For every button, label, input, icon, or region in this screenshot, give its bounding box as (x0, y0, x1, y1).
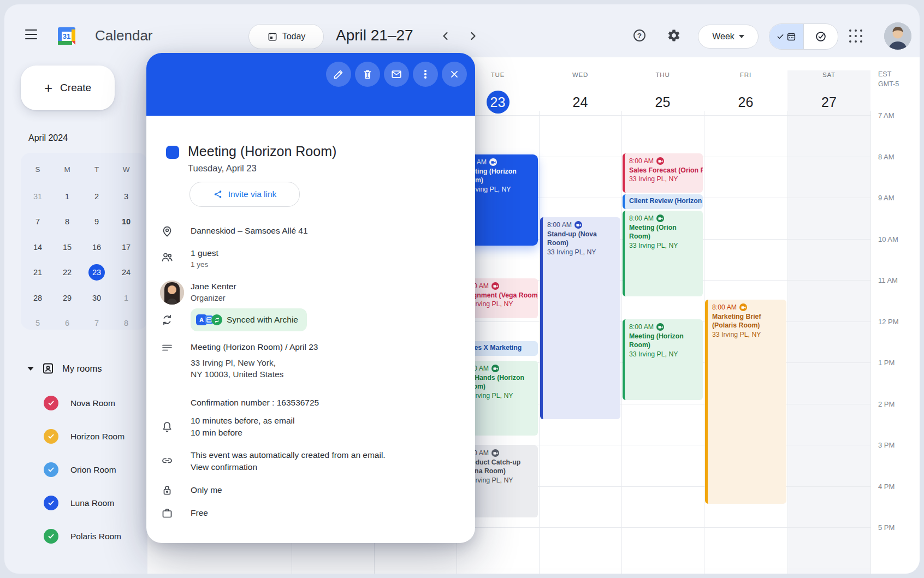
view-toggle (769, 23, 838, 50)
mini-cal-day[interactable]: 6 (52, 311, 82, 336)
room-item[interactable]: Orion Room (44, 453, 147, 486)
grid-column-line (539, 111, 540, 574)
day-header-name[interactable]: SAT (796, 71, 862, 78)
room-color-check-icon (44, 496, 58, 510)
calendar-event[interactable]: 8:00 AMStand-up (Nova Room)33 Irving PL,… (540, 217, 620, 419)
mini-cal-day[interactable]: 17 (111, 235, 141, 260)
google-apps-icon[interactable] (849, 29, 864, 44)
mini-cal-weekday: M (52, 158, 82, 180)
settings-gear-icon[interactable] (667, 28, 682, 44)
mini-cal-day[interactable]: 24 (111, 260, 141, 285)
video-call-icon (491, 365, 499, 372)
mini-cal-day[interactable]: 7 (23, 209, 52, 235)
room-label: Horizon Room (70, 432, 125, 442)
event-title: Stand-up (Nova Room) (547, 230, 616, 248)
video-call-icon (491, 449, 499, 457)
day-header-number[interactable]: 26 (713, 90, 779, 114)
calendar-event[interactable]: 8:00 AMMarketing Brief (Polaris Room)33 … (705, 300, 786, 504)
mini-cal-day[interactable]: 5 (23, 311, 52, 336)
mini-cal-day[interactable]: 3 (111, 184, 141, 210)
view-confirmation-link[interactable]: View confirmation (191, 462, 257, 472)
event-title: Meeting (Horizon Room) (188, 144, 336, 159)
help-icon[interactable]: ? (632, 28, 648, 44)
calendar-event[interactable]: 8:00 AMMeeting (Horizon Room)33 Irving P… (623, 319, 703, 400)
mini-cal-day[interactable]: 1 (111, 285, 141, 311)
next-week-button[interactable] (466, 29, 479, 43)
event-address: 33 Irving PL, NY (547, 248, 616, 257)
room-color-check-icon (44, 429, 58, 444)
event-details-popup: Meeting (Horizon Room) Tuesday, April 23… (146, 53, 475, 543)
main-menu-icon[interactable] (25, 29, 37, 43)
room-item[interactable]: Luna Room (44, 486, 147, 520)
calendar-logo-icon: 31 (57, 26, 76, 46)
video-call-icon (656, 214, 664, 222)
day-header-name[interactable]: THU (630, 71, 696, 78)
calendar-event[interactable]: 8:00 AMMeeting (Orion Room)33 Irving PL,… (623, 211, 703, 296)
grid-column-line (787, 111, 788, 574)
svg-text:?: ? (637, 32, 642, 40)
create-button-label: Create (60, 82, 91, 94)
day-header-number[interactable]: 24 (548, 90, 613, 114)
user-avatar[interactable] (884, 22, 911, 50)
mini-cal-day[interactable]: 8 (111, 311, 141, 336)
delete-event-button[interactable] (355, 62, 380, 87)
mini-cal-day[interactable]: 21 (23, 260, 52, 285)
calendar-event[interactable]: Client Review (Horizon Room) (623, 194, 703, 209)
mini-cal-day[interactable]: 31 (23, 184, 52, 210)
room-item[interactable]: Polaris Room (44, 520, 147, 553)
mini-cal-day[interactable]: 7 (82, 311, 111, 336)
mini-cal-day[interactable]: 2 (82, 184, 111, 210)
event-color-chip (166, 146, 179, 159)
mini-calendar: SMTW311237891014151617212223242829301567… (21, 153, 147, 330)
day-header-number[interactable]: 25 (630, 90, 696, 114)
video-call-icon (656, 157, 664, 165)
mini-cal-day[interactable]: 28 (23, 285, 52, 311)
close-icon[interactable] (442, 62, 467, 87)
mini-cal-day[interactable]: 30 (82, 285, 111, 311)
mini-cal-day[interactable]: 22 (52, 260, 82, 285)
calendar-view-toggle[interactable] (769, 24, 803, 49)
guests-icon (161, 251, 174, 264)
mini-cal-day[interactable]: 23 (82, 260, 111, 285)
prev-week-button[interactable] (439, 29, 452, 43)
view-selector[interactable]: Week (698, 25, 759, 49)
top-bar: 31 Calendar Today April 21–27 ? (4, 4, 920, 57)
mini-cal-day[interactable]: 15 (52, 235, 82, 260)
hour-label: 12 PM (878, 318, 916, 326)
reminder-line1: 10 minutes before, as email (191, 416, 294, 426)
create-button[interactable]: + Create (21, 65, 115, 110)
mini-cal-day[interactable]: 9 (82, 209, 111, 235)
day-header-name[interactable]: FRI (713, 71, 779, 78)
today-button[interactable]: Today (248, 24, 324, 49)
grid-column-line (704, 111, 704, 574)
mini-cal-weekday: W (111, 158, 141, 180)
mini-cal-day[interactable]: 8 (52, 209, 82, 235)
event-title: Meeting (Orion Room) (629, 223, 698, 241)
tasks-view-toggle[interactable] (803, 24, 838, 49)
calendar-event[interactable]: 8:00 AMSales Forecast (Orion Room)33 Irv… (623, 153, 703, 193)
bell-icon (161, 420, 174, 433)
edit-event-button[interactable] (326, 62, 351, 87)
mini-cal-day[interactable]: 1 (52, 184, 82, 210)
more-options-button[interactable] (413, 62, 438, 87)
mini-cal-day[interactable]: 14 (23, 235, 52, 260)
my-rooms-header[interactable]: My rooms (27, 360, 102, 377)
video-call-icon (574, 221, 582, 229)
room-item[interactable]: Horizon Room (44, 420, 147, 453)
my-rooms-label: My rooms (62, 364, 102, 374)
grid-hour-line (292, 569, 870, 569)
room-label: Orion Room (70, 465, 116, 475)
hour-label: 7 AM (878, 111, 916, 120)
date-range-label: April 21–27 (336, 27, 413, 44)
mini-cal-day[interactable]: 10 (111, 209, 141, 235)
email-guests-button[interactable] (384, 62, 409, 87)
svg-text:31: 31 (63, 32, 70, 40)
day-header-name[interactable]: WED (548, 71, 613, 78)
location-pin-icon (161, 224, 174, 237)
day-header-number[interactable]: 27 (796, 90, 862, 114)
mini-cal-day[interactable]: 16 (82, 235, 111, 260)
mini-cal-day[interactable]: 29 (52, 285, 82, 311)
hour-label: 4 PM (878, 482, 916, 491)
room-item[interactable]: Nova Room (44, 386, 147, 420)
invite-via-link-button[interactable]: Invite via link (189, 182, 300, 207)
